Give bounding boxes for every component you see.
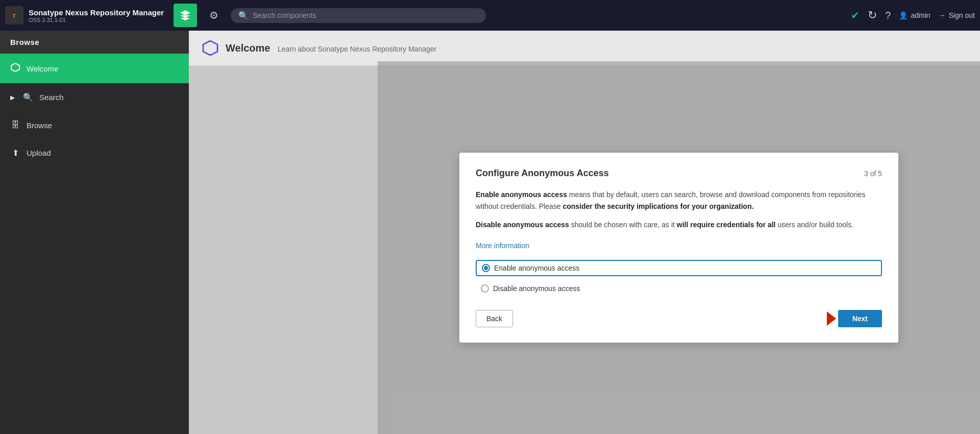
modal-p1-bold-end: consider the security implications for y… [562,202,753,210]
modal-header: Configure Anonymous Access 3 of 5 [476,168,882,179]
welcome-header: Welcome Learn about Sonatype Nexus Repos… [189,31,980,66]
modal-p2-text-end: users and/or build tools. [776,221,854,229]
radio-disable-anonymous[interactable]: Disable anonymous access [476,281,882,296]
search-bar[interactable]: 🔍 [231,8,486,23]
configure-anonymous-access-modal: Configure Anonymous Access 3 of 5 Enable… [459,153,898,342]
radio-group: Enable anonymous access Disable anonymou… [476,260,882,296]
sidebar-item-browse-label: Browse [27,121,52,130]
brand: r Sonatype Nexus Repository Manager OSS … [5,6,168,25]
welcome-subtitle-text: Learn about Sonatype Nexus Repository Ma… [278,45,436,53]
modal-p2-text: should be chosen with care, as it [569,221,677,229]
sidebar-item-search[interactable]: ▶ 🔍 Search [0,83,189,111]
next-button[interactable]: Next [838,310,882,327]
back-button[interactable]: Back [476,310,513,327]
modal-p1-bold-start: Enable anonymous access [476,190,567,199]
modal-p2-bold-mid: will require credentials for all [677,221,776,229]
modal-paragraph-1: Enable anonymous access means that by de… [476,189,882,212]
next-arrow-indicator [827,311,836,326]
sidebar: Browse Welcome ▶ 🔍 Search 🗄 Browse ⬆ Upl… [0,31,189,434]
welcome-icon [10,63,20,74]
expand-search-icon: ▶ [10,94,15,101]
app-subtitle: OSS 3.31.1-01 [29,17,164,23]
welcome-title-bold: Welcome [226,42,270,54]
topnav-right: ✔ ↻ ? 👤 admin → Sign out [851,9,975,22]
radio-enable-label: Enable anonymous access [494,264,579,272]
refresh-icon[interactable]: ↻ [868,9,877,22]
user-menu[interactable]: 👤 admin [899,11,930,19]
sidebar-item-welcome[interactable]: Welcome [0,54,189,83]
signout-icon: → [939,11,946,19]
settings-icon-button[interactable]: ⚙ [202,4,226,27]
radio-enable-anonymous[interactable]: Enable anonymous access [476,260,882,276]
modal-title: Configure Anonymous Access [476,168,609,179]
modal-p2-bold-start: Disable anonymous access [476,221,569,229]
modal-paragraph-2: Disable anonymous access should be chose… [476,219,882,230]
sidebar-item-upload-label: Upload [27,149,51,157]
sidebar-item-welcome-label: Welcome [27,64,58,73]
svg-marker-0 [11,63,19,71]
topnav: r Sonatype Nexus Repository Manager OSS … [0,0,980,31]
signout-button[interactable]: → Sign out [939,11,975,19]
brand-icon: r [5,6,23,25]
user-label: admin [911,11,930,19]
radio-enable-btn [482,264,490,272]
search-icon: 🔍 [238,11,249,20]
brand-text: Sonatype Nexus Repository Manager OSS 3.… [29,8,164,23]
modal-overlay: Configure Anonymous Access 3 of 5 Enable… [378,61,980,434]
svg-marker-1 [203,41,217,55]
content-area: Welcome Learn about Sonatype Nexus Repos… [189,31,980,434]
sidebar-item-search-label: Search [39,93,64,102]
browse-nav-icon: 🗄 [10,120,20,130]
welcome-hex-icon [201,39,219,57]
search-nav-icon: 🔍 [23,92,33,102]
help-icon[interactable]: ? [885,10,891,21]
app-title: Sonatype Nexus Repository Manager [29,8,164,17]
search-input[interactable] [253,11,478,19]
radio-disable-btn [481,284,489,293]
modal-body: Enable anonymous access means that by de… [476,189,882,230]
next-section: Next [827,310,882,327]
sidebar-item-browse[interactable]: 🗄 Browse [0,111,189,139]
status-ok-icon: ✔ [851,9,860,21]
radio-disable-label: Disable anonymous access [493,284,580,293]
more-info-link[interactable]: More information [476,242,529,250]
modal-step: 3 of 5 [864,170,882,178]
main-layout: Browse Welcome ▶ 🔍 Search 🗄 Browse ⬆ Upl… [0,31,980,434]
signout-label: Sign out [949,11,975,19]
sidebar-header: Browse [0,31,189,54]
sidebar-item-upload[interactable]: ⬆ Upload [0,139,189,167]
upload-nav-icon: ⬆ [10,148,20,158]
browse-icon-button[interactable] [174,4,197,27]
user-icon: 👤 [899,11,908,19]
modal-footer: Back Next [476,310,882,327]
welcome-header-text: Welcome Learn about Sonatype Nexus Repos… [226,42,436,54]
